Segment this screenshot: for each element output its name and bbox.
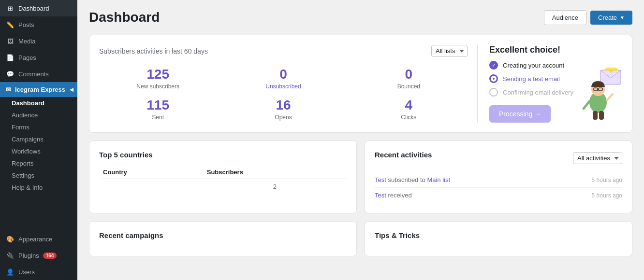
processing-button[interactable]: Processing → <box>489 105 551 123</box>
page-header: Dashboard Audience Create ▼ <box>89 10 632 25</box>
svg-line-8 <box>584 101 589 109</box>
activities-header: Recent activities All activities <box>375 151 622 166</box>
appearance-icon: 🎨 <box>6 235 15 243</box>
plugins-badge: 164 <box>43 252 57 259</box>
countries-card: Top 5 countries Country Subscribers 2 <box>89 140 357 213</box>
sidebar-sub-audience[interactable]: Audience <box>0 109 77 121</box>
sidebar-item-users[interactable]: 👤 Users <box>0 264 77 280</box>
stat-opens: 16 Opens <box>224 98 342 121</box>
sidebar-sub-settings[interactable]: Settings <box>0 169 77 182</box>
stat-bounced: 0 Bounced <box>350 67 468 90</box>
sidebar-item-pages[interactable]: 📄 Pages <box>0 49 77 66</box>
check-filled-icon: ✓ <box>489 61 498 70</box>
sidebar: ⊞ Dashboard ✏️ Posts 🖼 Media 📄 Pages 💬 C… <box>0 0 77 280</box>
step-2-label: Sending a test email <box>503 75 560 83</box>
stat-bounced-label: Bounced <box>350 83 468 90</box>
sidebar-item-icegram[interactable]: ✉ Icegram Express <box>0 82 77 97</box>
svg-point-0 <box>493 78 495 80</box>
stat-unsubscribed: 0 Unsubscribed <box>224 67 342 90</box>
col-country: Country <box>99 166 203 179</box>
sidebar-item-media[interactable]: 🖼 Media <box>0 33 77 49</box>
stat-sent-label: Sent <box>99 114 217 121</box>
activity-link-test-2[interactable]: Test <box>375 192 386 199</box>
sidebar-sub-forms[interactable]: Forms <box>0 121 77 133</box>
country-subscribers: 2 <box>203 179 347 195</box>
onboarding-title: Excellent choice! <box>489 45 622 55</box>
users-icon: 👤 <box>6 267 15 276</box>
activity-link-test-1[interactable]: Test <box>375 176 386 183</box>
tips-title: Tips & Tricks <box>375 231 622 239</box>
countries-table: Country Subscribers 2 <box>99 166 347 194</box>
activities-card: Recent activities All activities Test su… <box>365 140 632 213</box>
sidebar-sub-workflows[interactable]: Workflows <box>0 145 77 157</box>
check-loading-icon <box>489 74 498 83</box>
stat-unsubscribed-label: Unsubscribed <box>224 83 342 90</box>
stats-left: Subscribers activities in last 60 days A… <box>99 45 468 123</box>
sidebar-sub-help[interactable]: Help & Info <box>0 182 77 194</box>
bottom-row: Top 5 countries Country Subscribers 2 <box>89 140 632 221</box>
stat-clicks: 4 Clicks <box>350 98 468 121</box>
dashboard-icon: ⊞ <box>6 4 15 13</box>
recent-campaigns-card: Recent campaigns <box>89 221 357 256</box>
sidebar-item-posts[interactable]: ✏️ Posts <box>0 16 77 33</box>
activities-filter-select[interactable]: All activities <box>573 152 622 164</box>
stat-new-subscribers: 125 New subscribers <box>99 67 217 90</box>
onboarding-panel: Excellent choice! ✓ Creating your accoun… <box>477 45 622 123</box>
comments-icon: 💬 <box>6 70 15 78</box>
svg-rect-11 <box>599 111 604 120</box>
activities-title: Recent activities <box>375 151 432 159</box>
activity-time-2: 5 hours ago <box>592 192 622 199</box>
posts-icon: ✏️ <box>6 20 15 29</box>
chevron-down-icon: ▼ <box>620 15 625 20</box>
stat-clicks-label: Clicks <box>350 114 468 121</box>
page-title: Dashboard <box>89 10 160 25</box>
character-illustration <box>581 68 622 123</box>
stat-new-subscribers-value: 125 <box>99 67 217 82</box>
countries-title: Top 5 countries <box>99 151 347 159</box>
stat-opens-value: 16 <box>224 98 342 113</box>
stat-sent: 115 Sent <box>99 98 217 121</box>
activity-row-1: Test subscribed to Main list 5 hours ago <box>375 172 622 188</box>
activity-text-2: Test received <box>375 192 412 199</box>
check-empty-icon <box>489 88 498 97</box>
audience-button[interactable]: Audience <box>544 10 586 25</box>
email-icon: ✉ <box>6 86 11 93</box>
sidebar-item-appearance[interactable]: 🎨 Appearance <box>0 231 77 247</box>
recent-campaigns-title: Recent campaigns <box>99 231 347 239</box>
stat-new-subscribers-label: New subscribers <box>99 83 217 90</box>
sidebar-item-dashboard[interactable]: ⊞ Dashboard <box>0 0 77 16</box>
sidebar-sub-dashboard[interactable]: Dashboard <box>0 97 77 109</box>
activity-row-2: Test received 5 hours ago <box>375 188 622 203</box>
sidebar-sub-campaigns[interactable]: Campaigns <box>0 133 77 145</box>
stats-title: Subscribers activities in last 60 days <box>99 47 208 55</box>
create-button[interactable]: Create ▼ <box>590 11 632 25</box>
activity-text-1: Test subscribed to Main list <box>375 176 450 183</box>
step-1-label: Creating your account <box>503 62 564 69</box>
plugins-icon: 🔌 <box>6 251 15 260</box>
stat-clicks-value: 4 <box>350 98 468 113</box>
stats-grid: 125 New subscribers 0 Unsubscribed 0 Bou… <box>99 67 468 121</box>
header-actions: Audience Create ▼ <box>544 10 632 25</box>
step-3-label: Confirming email delivery <box>503 89 573 96</box>
sidebar-item-plugins[interactable]: 🔌 Plugins 164 <box>0 247 77 264</box>
pages-icon: 📄 <box>6 53 15 62</box>
stats-filter-select[interactable]: All lists <box>431 45 468 57</box>
media-icon: 🖼 <box>6 37 15 45</box>
activity-time-1: 5 hours ago <box>592 177 622 183</box>
stats-card: Subscribers activities in last 60 days A… <box>89 35 632 133</box>
stat-bounced-value: 0 <box>350 67 468 82</box>
col-subscribers: Subscribers <box>203 166 347 179</box>
campaigns-tips-row: Recent campaigns Tips & Tricks <box>89 221 632 256</box>
sidebar-item-comments[interactable]: 💬 Comments <box>0 66 77 82</box>
country-name <box>99 179 203 195</box>
stat-sent-value: 115 <box>99 98 217 113</box>
stat-unsubscribed-value: 0 <box>224 67 342 82</box>
svg-rect-10 <box>593 111 598 120</box>
table-row: 2 <box>99 179 347 195</box>
main-content: Dashboard Audience Create ▼ Subscribers … <box>77 0 644 280</box>
sidebar-sub-reports[interactable]: Reports <box>0 157 77 169</box>
activity-link-main-list[interactable]: Main list <box>427 176 450 183</box>
tips-card: Tips & Tricks <box>365 221 632 256</box>
stat-opens-label: Opens <box>224 114 342 121</box>
svg-line-9 <box>607 94 613 100</box>
